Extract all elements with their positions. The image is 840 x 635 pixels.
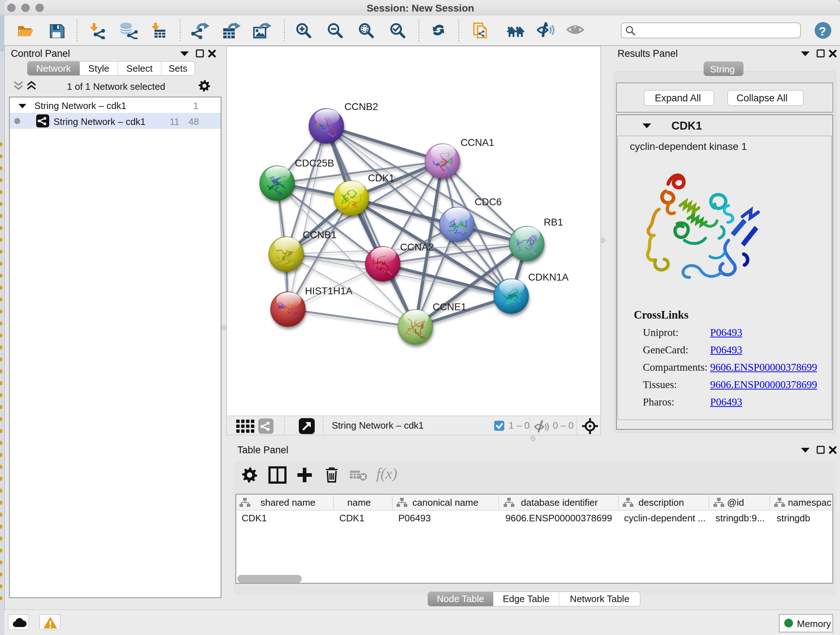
svg-text:CCNB2: CCNB2	[344, 101, 378, 112]
svg-text:HIST1H1A: HIST1H1A	[305, 285, 353, 296]
svg-text:RB1: RB1	[544, 217, 563, 228]
svg-text:CCNB1: CCNB1	[303, 229, 336, 241]
svg-text:CDKN1A: CDKN1A	[528, 272, 569, 283]
svg-text:CDK1: CDK1	[368, 172, 394, 184]
svg-text:CCNE1: CCNE1	[433, 301, 466, 312]
svg-text:CDC6: CDC6	[475, 196, 502, 207]
svg-text:CCNA1: CCNA1	[461, 137, 494, 148]
svg-text:CCNA2: CCNA2	[400, 241, 434, 253]
svg-text:CDC25B: CDC25B	[295, 157, 334, 169]
